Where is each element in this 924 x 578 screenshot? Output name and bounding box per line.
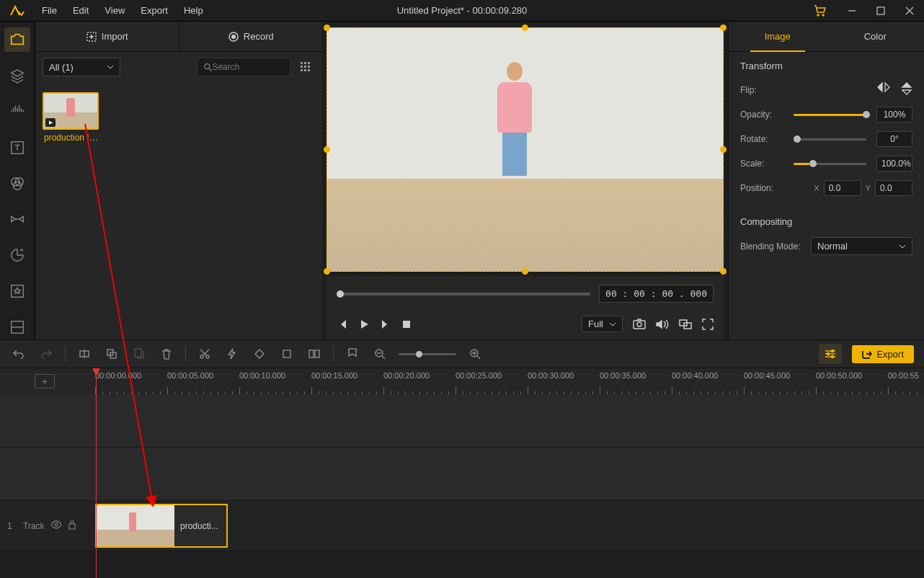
aspect-label: Full [588, 319, 603, 329]
menu-file[interactable]: File [35, 2, 64, 19]
compare-button[interactable] [679, 319, 692, 329]
clip-label: producti... [174, 505, 226, 546]
speed-button[interactable] [223, 345, 241, 363]
svg-rect-56 [69, 524, 75, 529]
timeline-clip[interactable]: producti... [95, 504, 228, 548]
export-label: Export [876, 349, 904, 360]
resize-handle[interactable] [324, 268, 330, 275]
resize-handle[interactable] [522, 268, 528, 275]
export-icon [862, 349, 872, 359]
sidebar-layers[interactable] [4, 63, 30, 88]
view-grid-button[interactable] [296, 58, 315, 76]
visibility-toggle[interactable] [50, 520, 62, 531]
timeline-ruler[interactable]: + 00:00:00.00000:00:05.00000:00:10.00000… [0, 368, 924, 394]
sidebar-transitions[interactable] [4, 207, 30, 231]
svg-line-17 [209, 68, 212, 71]
zoom-slider[interactable] [399, 353, 456, 355]
playhead[interactable] [96, 368, 97, 578]
sidebar-split[interactable] [4, 315, 30, 339]
menu-view[interactable]: View [97, 2, 132, 19]
position-x-input[interactable]: 0.0 [824, 180, 861, 196]
marker-button[interactable] [344, 345, 361, 363]
scale-slider[interactable] [794, 163, 866, 165]
flip-label: Flip: [740, 85, 783, 95]
sidebar-media[interactable] [4, 27, 30, 52]
sidebar-text[interactable] [4, 135, 30, 160]
search-input[interactable] [212, 62, 284, 72]
section-compositing: Compositing [729, 208, 924, 233]
position-y-input[interactable]: 0.0 [875, 180, 912, 196]
svg-point-53 [827, 353, 830, 355]
flip-vertical-button[interactable] [901, 81, 912, 98]
sidebar-effects[interactable] [4, 279, 30, 303]
resize-handle[interactable] [324, 146, 330, 153]
rotate-slider[interactable] [794, 138, 866, 141]
flip-horizontal-button[interactable] [876, 81, 891, 98]
export-button[interactable]: Export [852, 345, 914, 363]
search-box[interactable] [197, 58, 290, 76]
track-lane[interactable] [0, 448, 924, 501]
cart-icon[interactable] [806, 0, 835, 22]
prev-frame-button[interactable] [337, 319, 348, 330]
menu-help[interactable]: Help [177, 2, 210, 19]
preview-canvas[interactable] [326, 27, 724, 272]
delete-button[interactable] [158, 345, 175, 363]
menu-edit[interactable]: Edit [66, 2, 96, 19]
track-lane-video[interactable]: 1 Track producti... [0, 501, 924, 551]
minimize-button[interactable] [838, 0, 866, 22]
svg-line-48 [477, 356, 480, 359]
seek-bar[interactable] [337, 293, 590, 295]
sidebar-filters[interactable] [4, 172, 30, 196]
aspect-dropdown[interactable]: Full [582, 316, 623, 332]
settings-button[interactable] [819, 344, 842, 364]
keyframe-button[interactable] [251, 345, 268, 363]
next-frame-button[interactable] [380, 319, 391, 330]
svg-rect-18 [301, 62, 303, 64]
volume-button[interactable] [656, 319, 669, 330]
redo-button[interactable] [37, 345, 55, 363]
import-button[interactable]: Import [35, 22, 179, 51]
svg-rect-40 [309, 350, 314, 357]
opacity-slider[interactable] [794, 114, 866, 116]
blending-mode-dropdown[interactable]: Normal [811, 237, 912, 255]
stop-button[interactable] [401, 319, 412, 329]
menu-export[interactable]: Export [133, 2, 175, 19]
play-button[interactable] [358, 319, 370, 330]
maximize-button[interactable] [866, 0, 895, 22]
tab-color[interactable]: Color [827, 22, 925, 51]
resize-handle[interactable] [720, 268, 727, 275]
lock-toggle[interactable] [68, 520, 76, 532]
media-filter-dropdown[interactable]: All (1) [43, 58, 120, 76]
markers-button[interactable] [306, 345, 323, 363]
svg-point-52 [832, 350, 834, 352]
zoom-out-button[interactable] [371, 345, 388, 363]
crop-button[interactable] [278, 345, 296, 363]
filter-label: All (1) [49, 62, 74, 73]
record-icon [228, 31, 239, 43]
undo-button[interactable] [10, 345, 27, 363]
chevron-down-icon [107, 65, 114, 69]
scale-value[interactable]: 100.0% [876, 156, 912, 172]
svg-rect-27 [403, 321, 410, 328]
snapshot-button[interactable] [633, 319, 646, 330]
record-button[interactable]: Record [179, 22, 323, 51]
track-lane[interactable] [0, 394, 924, 448]
fullscreen-button[interactable] [702, 319, 714, 330]
add-track-button[interactable]: + [35, 374, 55, 388]
zoom-in-button[interactable] [466, 345, 484, 363]
media-item[interactable]: ▶ production I… [43, 92, 102, 143]
copy-button[interactable] [130, 345, 148, 363]
tab-image[interactable]: Image [729, 22, 827, 51]
resize-handle[interactable] [324, 25, 330, 31]
resize-handle[interactable] [720, 25, 727, 31]
resize-handle[interactable] [522, 25, 528, 31]
resize-handle[interactable] [720, 146, 727, 153]
cut-button[interactable] [196, 345, 213, 363]
opacity-value[interactable]: 100% [876, 107, 912, 123]
split-button[interactable] [76, 345, 93, 363]
sidebar-elements[interactable] [4, 243, 30, 267]
sidebar-audio[interactable] [4, 99, 30, 124]
close-button[interactable] [895, 0, 924, 22]
rotate-value[interactable]: 0° [876, 131, 912, 147]
group-button[interactable] [103, 345, 120, 363]
